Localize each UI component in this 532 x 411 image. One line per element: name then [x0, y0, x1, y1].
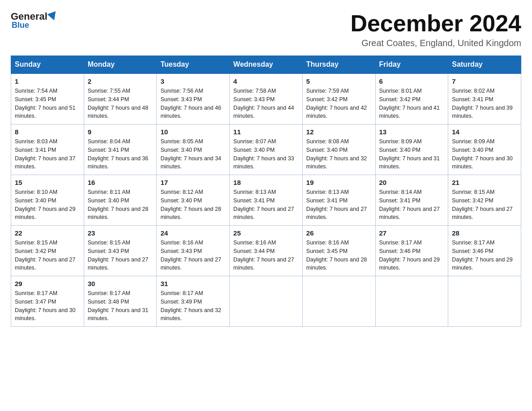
day-number: 7	[452, 77, 517, 85]
day-number: 23	[88, 229, 153, 237]
day-info: Sunrise: 8:08 AMSunset: 3:40 PMDaylight:…	[306, 137, 372, 171]
day-number: 3	[160, 77, 226, 85]
weekday-header-row: SundayMondayTuesdayWednesdayThursdayFrid…	[11, 56, 521, 74]
calendar-week-row: 22Sunrise: 8:15 AMSunset: 3:42 PMDayligh…	[11, 226, 521, 276]
calendar-cell: 24Sunrise: 8:16 AMSunset: 3:43 PMDayligh…	[157, 226, 230, 276]
day-info: Sunrise: 8:17 AMSunset: 3:49 PMDaylight:…	[160, 289, 226, 323]
day-number: 13	[379, 128, 445, 136]
day-info: Sunrise: 8:12 AMSunset: 3:40 PMDaylight:…	[160, 188, 226, 222]
day-info: Sunrise: 8:14 AMSunset: 3:41 PMDaylight:…	[379, 188, 445, 222]
day-number: 5	[306, 77, 372, 85]
day-number: 19	[306, 179, 372, 186]
calendar-cell: 23Sunrise: 8:15 AMSunset: 3:43 PMDayligh…	[84, 226, 157, 276]
calendar-cell: 19Sunrise: 8:13 AMSunset: 3:41 PMDayligh…	[302, 175, 375, 226]
calendar-week-row: 8Sunrise: 8:03 AMSunset: 3:41 PMDaylight…	[11, 124, 521, 175]
logo-triangle-icon	[47, 11, 58, 22]
day-info: Sunrise: 8:17 AMSunset: 3:47 PMDaylight:…	[15, 289, 80, 323]
day-number: 15	[15, 179, 80, 186]
day-info: Sunrise: 8:04 AMSunset: 3:41 PMDaylight:…	[88, 137, 153, 171]
day-info: Sunrise: 8:16 AMSunset: 3:43 PMDaylight:…	[160, 239, 226, 272]
day-number: 22	[15, 229, 80, 237]
day-info: Sunrise: 8:10 AMSunset: 3:40 PMDaylight:…	[15, 188, 80, 222]
calendar-cell: 6Sunrise: 8:01 AMSunset: 3:42 PMDaylight…	[375, 73, 448, 124]
day-info: Sunrise: 8:15 AMSunset: 3:42 PMDaylight:…	[15, 239, 80, 272]
day-info: Sunrise: 8:17 AMSunset: 3:46 PMDaylight:…	[452, 239, 517, 272]
day-info: Sunrise: 8:17 AMSunset: 3:48 PMDaylight:…	[88, 289, 153, 323]
calendar-subtitle: Great Coates, England, United Kingdom	[350, 38, 521, 48]
calendar-cell: 16Sunrise: 8:11 AMSunset: 3:40 PMDayligh…	[84, 175, 157, 226]
calendar-cell: 10Sunrise: 8:05 AMSunset: 3:40 PMDayligh…	[157, 124, 230, 175]
calendar-title: December 2024	[350, 11, 521, 36]
day-info: Sunrise: 8:15 AMSunset: 3:43 PMDaylight:…	[88, 239, 153, 272]
day-number: 18	[233, 179, 299, 186]
calendar-cell	[375, 276, 448, 327]
weekday-header-saturday: Saturday	[448, 56, 521, 74]
day-number: 21	[452, 179, 517, 186]
day-number: 31	[160, 280, 226, 287]
calendar-cell: 5Sunrise: 7:59 AMSunset: 3:42 PMDaylight…	[302, 73, 375, 124]
calendar-week-row: 15Sunrise: 8:10 AMSunset: 3:40 PMDayligh…	[11, 175, 521, 226]
calendar-cell: 8Sunrise: 8:03 AMSunset: 3:41 PMDaylight…	[11, 124, 84, 175]
day-info: Sunrise: 8:15 AMSunset: 3:42 PMDaylight:…	[452, 188, 517, 222]
day-number: 16	[88, 179, 153, 186]
calendar-cell: 31Sunrise: 8:17 AMSunset: 3:49 PMDayligh…	[157, 276, 230, 327]
calendar-cell: 17Sunrise: 8:12 AMSunset: 3:40 PMDayligh…	[157, 175, 230, 226]
calendar-cell: 14Sunrise: 8:09 AMSunset: 3:40 PMDayligh…	[448, 124, 521, 175]
day-info: Sunrise: 8:16 AMSunset: 3:45 PMDaylight:…	[306, 239, 372, 272]
calendar-cell: 20Sunrise: 8:14 AMSunset: 3:41 PMDayligh…	[375, 175, 448, 226]
day-number: 6	[379, 77, 445, 85]
day-number: 12	[306, 128, 372, 136]
calendar-cell: 9Sunrise: 8:04 AMSunset: 3:41 PMDaylight…	[84, 124, 157, 175]
day-info: Sunrise: 8:13 AMSunset: 3:41 PMDaylight:…	[233, 188, 299, 222]
day-number: 8	[15, 128, 80, 136]
calendar-cell: 1Sunrise: 7:54 AMSunset: 3:45 PMDaylight…	[11, 73, 84, 124]
calendar-cell: 28Sunrise: 8:17 AMSunset: 3:46 PMDayligh…	[448, 226, 521, 276]
day-number: 29	[15, 280, 80, 287]
day-info: Sunrise: 7:58 AMSunset: 3:43 PMDaylight:…	[233, 87, 299, 120]
calendar-week-row: 29Sunrise: 8:17 AMSunset: 3:47 PMDayligh…	[11, 276, 521, 327]
calendar-cell: 29Sunrise: 8:17 AMSunset: 3:47 PMDayligh…	[11, 276, 84, 327]
calendar-cell: 12Sunrise: 8:08 AMSunset: 3:40 PMDayligh…	[302, 124, 375, 175]
day-info: Sunrise: 8:16 AMSunset: 3:44 PMDaylight:…	[233, 239, 299, 272]
day-number: 9	[88, 128, 153, 136]
day-number: 24	[160, 229, 226, 237]
calendar-cell: 15Sunrise: 8:10 AMSunset: 3:40 PMDayligh…	[11, 175, 84, 226]
calendar-cell: 26Sunrise: 8:16 AMSunset: 3:45 PMDayligh…	[302, 226, 375, 276]
day-number: 10	[160, 128, 226, 136]
weekday-header-thursday: Thursday	[302, 56, 375, 74]
calendar-cell: 2Sunrise: 7:55 AMSunset: 3:44 PMDaylight…	[84, 73, 157, 124]
day-info: Sunrise: 8:03 AMSunset: 3:41 PMDaylight:…	[15, 137, 80, 171]
day-number: 11	[233, 128, 299, 136]
weekday-header-sunday: Sunday	[11, 56, 84, 74]
day-info: Sunrise: 7:54 AMSunset: 3:45 PMDaylight:…	[15, 87, 80, 120]
calendar-cell: 18Sunrise: 8:13 AMSunset: 3:41 PMDayligh…	[230, 175, 303, 226]
calendar-cell: 30Sunrise: 8:17 AMSunset: 3:48 PMDayligh…	[84, 276, 157, 327]
page-header: General Blue December 2024 Great Coates,…	[11, 11, 521, 48]
day-number: 4	[233, 77, 299, 85]
day-number: 28	[452, 229, 517, 237]
calendar-cell: 11Sunrise: 8:07 AMSunset: 3:40 PMDayligh…	[230, 124, 303, 175]
calendar-cell: 27Sunrise: 8:17 AMSunset: 3:46 PMDayligh…	[375, 226, 448, 276]
day-number: 25	[233, 229, 299, 237]
day-info: Sunrise: 7:56 AMSunset: 3:43 PMDaylight:…	[160, 87, 226, 120]
day-info: Sunrise: 8:01 AMSunset: 3:42 PMDaylight:…	[379, 87, 445, 120]
day-info: Sunrise: 8:11 AMSunset: 3:40 PMDaylight:…	[88, 188, 153, 222]
calendar-cell: 4Sunrise: 7:58 AMSunset: 3:43 PMDaylight…	[230, 73, 303, 124]
title-block: December 2024 Great Coates, England, Uni…	[350, 11, 521, 48]
logo-blue-text: Blue	[12, 21, 29, 30]
day-info: Sunrise: 8:02 AMSunset: 3:41 PMDaylight:…	[452, 87, 517, 120]
day-info: Sunrise: 8:13 AMSunset: 3:41 PMDaylight:…	[306, 188, 372, 222]
logo: General Blue	[11, 11, 58, 30]
weekday-header-friday: Friday	[375, 56, 448, 74]
calendar-table: SundayMondayTuesdayWednesdayThursdayFrid…	[11, 56, 521, 327]
day-number: 17	[160, 179, 226, 186]
calendar-week-row: 1Sunrise: 7:54 AMSunset: 3:45 PMDaylight…	[11, 73, 521, 124]
day-info: Sunrise: 8:09 AMSunset: 3:40 PMDaylight:…	[452, 137, 517, 171]
day-info: Sunrise: 8:09 AMSunset: 3:40 PMDaylight:…	[379, 137, 445, 171]
calendar-cell: 3Sunrise: 7:56 AMSunset: 3:43 PMDaylight…	[157, 73, 230, 124]
calendar-cell	[230, 276, 303, 327]
day-info: Sunrise: 8:05 AMSunset: 3:40 PMDaylight:…	[160, 137, 226, 171]
calendar-cell: 13Sunrise: 8:09 AMSunset: 3:40 PMDayligh…	[375, 124, 448, 175]
weekday-header-wednesday: Wednesday	[230, 56, 303, 74]
calendar-cell: 21Sunrise: 8:15 AMSunset: 3:42 PMDayligh…	[448, 175, 521, 226]
